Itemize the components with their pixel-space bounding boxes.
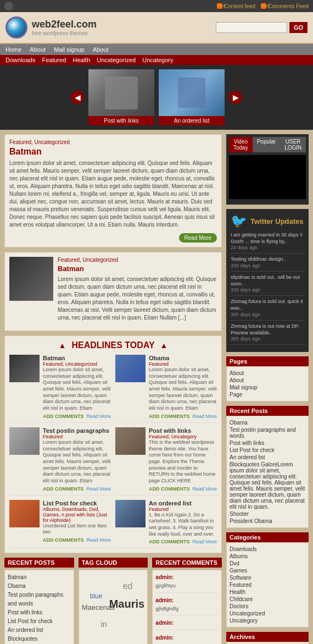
cat-0[interactable]: Downloads <box>230 546 305 553</box>
slider-prev-button[interactable]: ◀ <box>71 91 84 104</box>
twitter-text-1: Testing sliddmac design.. <box>231 256 304 263</box>
recent-post-3[interactable]: List Post for check <box>230 447 305 454</box>
nav-item-home[interactable]: Home <box>5 46 21 53</box>
video-tab-login[interactable]: USER LOGIN <box>280 137 306 152</box>
add-comments-1[interactable]: ADD COMMENTS <box>149 414 189 419</box>
cat-3[interactable]: Games <box>230 567 305 574</box>
twitter-item-4: Zinmag futura is out now at DP. Preview … <box>231 323 304 345</box>
recent-post-1[interactable]: Test postin paragraphs and words <box>230 426 305 439</box>
categories-title: Categories <box>226 532 309 542</box>
subnav-downloads[interactable]: Downloads <box>5 57 35 63</box>
slider-caption-1: An ordered list <box>159 116 225 125</box>
cat-7[interactable]: Childcare <box>230 596 305 603</box>
read-more-5[interactable]: Read More <box>192 539 217 544</box>
headline-title-2[interactable]: Test postin paragraphs <box>43 427 111 434</box>
tag-blue[interactable]: blue <box>90 592 103 600</box>
video-tab-popular[interactable]: Popular <box>253 137 280 152</box>
headline-item-3: Post with links Featured, Uncategory Thi… <box>115 427 217 496</box>
video-sidebar: Video Today Popular USER LOGIN <box>226 134 309 205</box>
bottom-post-5[interactable]: An ordered list <box>8 626 71 635</box>
add-comments-2[interactable]: ADD COMMENTS <box>43 486 83 492</box>
read-more-0[interactable]: Read More <box>86 414 111 419</box>
video-tab-today[interactable]: Video Today <box>229 137 253 152</box>
headline-title-3[interactable]: Post with links <box>149 427 217 434</box>
headline-title-0[interactable]: Batman <box>43 355 111 361</box>
twitter-text-2: slipdmac is sold out.. will be out soon.… <box>231 274 304 287</box>
bottom-post-2[interactable]: Test postin paragraphs and words <box>8 591 71 608</box>
nav-item-about2[interactable]: About <box>93 46 109 53</box>
slider-next-button[interactable]: ▶ <box>229 91 242 104</box>
twitter-bird-icon: 🐦 <box>231 213 247 229</box>
bottom-post-1[interactable]: Obama <box>8 582 71 591</box>
search-input[interactable] <box>216 22 287 33</box>
headline-image-0 <box>9 355 40 382</box>
cat-10[interactable]: Uncategory <box>230 617 305 624</box>
headlines-next-arrow[interactable]: ▲ <box>160 341 168 350</box>
tag-in[interactable]: in <box>101 620 107 629</box>
page-2[interactable]: Mail signup <box>230 384 305 391</box>
recent-post-5[interactable]: Blockquotes GaloreLorem ipsum dolor sit … <box>230 461 305 510</box>
tag-ed[interactable]: ed <box>123 581 133 591</box>
recent-post-7[interactable]: President Obama <box>230 518 305 525</box>
twitter-item-3: Zinmag futura is sold out. quick it was.… <box>231 299 304 320</box>
headline-title-4[interactable]: List Post for check <box>43 500 111 507</box>
bottom-recent-comments-content: admin: gjrgfihtyu admin: gjhdlghdfg admi… <box>152 570 222 644</box>
add-comments-4[interactable]: ADD COMMENTS <box>43 537 83 543</box>
cat-2[interactable]: Dvd <box>230 560 305 567</box>
read-more-button[interactable]: Read More <box>179 233 217 243</box>
headline-meta-5: Featured <box>149 507 217 512</box>
comments-feed-link[interactable]: RSS Comments Feed <box>261 3 309 9</box>
site-title: web2feel.com <box>32 19 97 30</box>
cat-8[interactable]: Doctors <box>230 603 305 610</box>
top-bar: RSS Content feed RSS Comments Feed <box>0 0 313 12</box>
sub-nav: Downloads Featured Health Uncategorized … <box>0 55 313 65</box>
slider-item-1[interactable]: An ordered list <box>159 69 225 125</box>
read-more-1[interactable]: Read More <box>192 414 217 419</box>
bottom-post-6[interactable]: Blockquotes GaloreLorem ipsum dolor sit … <box>8 635 71 644</box>
slider-caption-0: Post with links <box>88 116 154 125</box>
subnav-uncategory[interactable]: Uncategory <box>142 57 173 63</box>
page-1[interactable]: About <box>230 377 305 384</box>
slider-item-0[interactable]: Post with links <box>88 69 154 125</box>
bottom-post-3[interactable]: Post with links <box>8 608 71 617</box>
categories-section: Categories Downloads Albums Dvd Games So… <box>226 532 309 628</box>
read-more-3[interactable]: Read More <box>192 486 217 492</box>
twitter-time-1: 339 days ago <box>231 263 304 268</box>
cat-9[interactable]: Uncategorized <box>230 610 305 617</box>
subnav-health[interactable]: Health <box>72 57 90 63</box>
subnav-uncategorized[interactable]: Uncategorized <box>97 57 136 63</box>
headline-title-5[interactable]: An ordered list <box>149 500 217 507</box>
image-slider: ◀ Post with links An ordered list ▶ <box>0 65 313 130</box>
twitter-item-1: Testing sliddmac design.. 339 days ago <box>231 256 304 272</box>
headline-title-1[interactable]: Obama <box>149 355 217 361</box>
search-button[interactable]: GO <box>289 22 308 33</box>
read-more-2[interactable]: Read More <box>86 486 111 492</box>
nav-item-about[interactable]: About <box>30 46 46 53</box>
tag-mauris[interactable]: Mauris <box>109 598 144 610</box>
headline-meta-2: Featured <box>43 434 111 439</box>
featured-post-text: Lorem ipsum dolor sit amet, consectetuer… <box>9 159 217 229</box>
subnav-featured[interactable]: Featured <box>42 57 66 63</box>
content-feed-link[interactable]: RSS Content feed <box>217 3 255 9</box>
page-3[interactable]: Page <box>230 391 305 398</box>
nav-item-mail[interactable]: Mail signup <box>54 46 85 53</box>
recent-post-0[interactable]: Obama <box>230 419 305 426</box>
read-more-4[interactable]: Read More <box>86 537 111 543</box>
bottom-post-4[interactable]: List Post for check <box>8 617 71 626</box>
page-0[interactable]: About <box>230 370 305 377</box>
main-area: Featured, Uncategorized Batman Lorem ips… <box>0 130 313 644</box>
cat-4[interactable]: Software <box>230 574 305 581</box>
cat-6[interactable]: Health <box>230 588 305 596</box>
rss-icon-2: RSS <box>261 3 266 9</box>
cat-1[interactable]: Albums <box>230 553 305 560</box>
recent-post-2[interactable]: Post with links <box>230 439 305 447</box>
add-comments-0[interactable]: ADD COMMENTS <box>43 414 83 419</box>
recent-post-4[interactable]: An ordered list <box>230 454 305 461</box>
bottom-post-0[interactable]: Batman <box>8 573 71 582</box>
cat-5[interactable]: Featured <box>230 581 305 588</box>
add-comments-3[interactable]: ADD COMMENTS <box>149 486 189 492</box>
headline-content-3: Post with links Featured, Uncategory Thi… <box>149 427 217 492</box>
headlines-prev-arrow[interactable]: ▲ <box>59 341 66 350</box>
recent-post-6[interactable]: Shooter <box>230 510 305 518</box>
add-comments-5[interactable]: ADD COMMENTS <box>149 539 189 544</box>
